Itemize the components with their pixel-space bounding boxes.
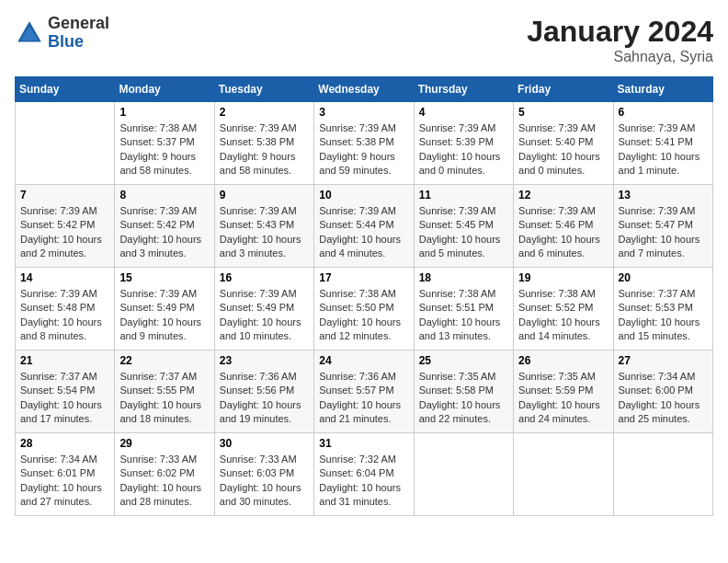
calendar-cell: 7Sunrise: 7:39 AM Sunset: 5:42 PM Daylig… — [16, 185, 115, 268]
calendar-cell: 1Sunrise: 7:38 AM Sunset: 5:37 PM Daylig… — [115, 102, 214, 185]
calendar-cell: 14Sunrise: 7:39 AM Sunset: 5:48 PM Dayli… — [16, 268, 115, 350]
day-number: 8 — [119, 189, 209, 201]
calendar-cell: 12Sunrise: 7:39 AM Sunset: 5:46 PM Dayli… — [514, 185, 613, 268]
day-info: Sunrise: 7:34 AM Sunset: 6:00 PM Dayligh… — [619, 370, 708, 427]
day-number: 16 — [220, 271, 309, 284]
logo-blue-text: Blue — [48, 32, 84, 51]
day-number: 28 — [20, 437, 109, 450]
week-row-1: 1Sunrise: 7:38 AM Sunset: 5:37 PM Daylig… — [16, 102, 713, 185]
day-info: Sunrise: 7:39 AM Sunset: 5:39 PM Dayligh… — [419, 121, 508, 178]
day-number: 9 — [220, 189, 309, 201]
day-number: 10 — [319, 189, 408, 201]
week-row-2: 7Sunrise: 7:39 AM Sunset: 5:42 PM Daylig… — [16, 185, 713, 268]
day-number: 11 — [419, 189, 508, 201]
week-row-4: 21Sunrise: 7:37 AM Sunset: 5:54 PM Dayli… — [16, 350, 713, 433]
weekday-header-tuesday: Tuesday — [214, 77, 313, 102]
day-info: Sunrise: 7:32 AM Sunset: 6:04 PM Dayligh… — [319, 453, 408, 510]
weekday-header-thursday: Thursday — [414, 77, 513, 102]
day-info: Sunrise: 7:33 AM Sunset: 6:03 PM Dayligh… — [220, 453, 309, 510]
calendar-cell: 2Sunrise: 7:39 AM Sunset: 5:38 PM Daylig… — [214, 102, 313, 185]
calendar-cell — [514, 433, 613, 516]
calendar-cell: 15Sunrise: 7:39 AM Sunset: 5:49 PM Dayli… — [115, 268, 214, 350]
day-info: Sunrise: 7:39 AM Sunset: 5:43 PM Dayligh… — [220, 204, 309, 261]
calendar-cell: 31Sunrise: 7:32 AM Sunset: 6:04 PM Dayli… — [314, 433, 414, 516]
weekday-header-monday: Monday — [115, 77, 214, 102]
calendar-cell: 8Sunrise: 7:39 AM Sunset: 5:42 PM Daylig… — [115, 185, 214, 268]
day-info: Sunrise: 7:39 AM Sunset: 5:38 PM Dayligh… — [319, 121, 408, 178]
day-number: 17 — [319, 271, 408, 284]
day-info: Sunrise: 7:38 AM Sunset: 5:50 PM Dayligh… — [319, 287, 408, 344]
weekday-header-sunday: Sunday — [16, 77, 115, 102]
logo-icon — [15, 18, 44, 48]
calendar-cell: 17Sunrise: 7:38 AM Sunset: 5:50 PM Dayli… — [314, 268, 414, 350]
calendar-cell: 9Sunrise: 7:39 AM Sunset: 5:43 PM Daylig… — [214, 185, 313, 268]
logo: General Blue — [15, 15, 109, 52]
calendar-cell: 26Sunrise: 7:35 AM Sunset: 5:59 PM Dayli… — [514, 350, 613, 433]
day-info: Sunrise: 7:39 AM Sunset: 5:41 PM Dayligh… — [619, 121, 708, 178]
calendar-cell: 10Sunrise: 7:39 AM Sunset: 5:44 PM Dayli… — [314, 185, 414, 268]
calendar-cell: 21Sunrise: 7:37 AM Sunset: 5:54 PM Dayli… — [16, 350, 115, 433]
day-number: 30 — [220, 437, 309, 450]
calendar-cell: 27Sunrise: 7:34 AM Sunset: 6:00 PM Dayli… — [613, 350, 712, 433]
logo-general-text: General — [48, 14, 109, 32]
day-info: Sunrise: 7:38 AM Sunset: 5:51 PM Dayligh… — [419, 287, 508, 344]
calendar-cell: 30Sunrise: 7:33 AM Sunset: 6:03 PM Dayli… — [214, 433, 313, 516]
calendar-cell — [414, 433, 513, 516]
calendar-cell: 19Sunrise: 7:38 AM Sunset: 5:52 PM Dayli… — [514, 268, 613, 350]
day-info: Sunrise: 7:39 AM Sunset: 5:42 PM Dayligh… — [119, 204, 209, 261]
calendar-cell: 3Sunrise: 7:39 AM Sunset: 5:38 PM Daylig… — [314, 102, 414, 185]
weekday-header-friday: Friday — [514, 77, 613, 102]
day-info: Sunrise: 7:35 AM Sunset: 5:59 PM Dayligh… — [518, 370, 608, 427]
day-number: 3 — [319, 106, 408, 119]
day-info: Sunrise: 7:39 AM Sunset: 5:46 PM Dayligh… — [518, 204, 608, 261]
day-info: Sunrise: 7:39 AM Sunset: 5:38 PM Dayligh… — [220, 121, 309, 178]
day-info: Sunrise: 7:36 AM Sunset: 5:56 PM Dayligh… — [220, 370, 309, 427]
day-number: 27 — [619, 354, 708, 367]
page-header: General Blue January 2024 Sahnaya, Syria — [15, 15, 713, 65]
calendar-cell: 24Sunrise: 7:36 AM Sunset: 5:57 PM Dayli… — [314, 350, 414, 433]
day-number: 2 — [220, 106, 309, 119]
calendar-cell: 28Sunrise: 7:34 AM Sunset: 6:01 PM Dayli… — [16, 433, 115, 516]
day-number: 20 — [619, 271, 708, 284]
day-number: 29 — [119, 437, 209, 450]
calendar-cell: 18Sunrise: 7:38 AM Sunset: 5:51 PM Dayli… — [414, 268, 513, 350]
calendar-cell: 20Sunrise: 7:37 AM Sunset: 5:53 PM Dayli… — [613, 268, 712, 350]
weekday-header-saturday: Saturday — [613, 77, 712, 102]
day-info: Sunrise: 7:39 AM Sunset: 5:49 PM Dayligh… — [220, 287, 309, 344]
day-info: Sunrise: 7:37 AM Sunset: 5:53 PM Dayligh… — [619, 287, 708, 344]
calendar-cell: 25Sunrise: 7:35 AM Sunset: 5:58 PM Dayli… — [414, 350, 513, 433]
calendar-cell: 4Sunrise: 7:39 AM Sunset: 5:39 PM Daylig… — [414, 102, 513, 185]
day-number: 15 — [119, 271, 209, 284]
day-info: Sunrise: 7:36 AM Sunset: 5:57 PM Dayligh… — [319, 370, 408, 427]
day-info: Sunrise: 7:39 AM Sunset: 5:47 PM Dayligh… — [619, 204, 708, 261]
day-number: 26 — [518, 354, 608, 367]
week-row-5: 28Sunrise: 7:34 AM Sunset: 6:01 PM Dayli… — [16, 433, 713, 516]
calendar-table: SundayMondayTuesdayWednesdayThursdayFrid… — [15, 76, 713, 516]
calendar-cell: 16Sunrise: 7:39 AM Sunset: 5:49 PM Dayli… — [214, 268, 313, 350]
calendar-cell: 6Sunrise: 7:39 AM Sunset: 5:41 PM Daylig… — [613, 102, 712, 185]
week-row-3: 14Sunrise: 7:39 AM Sunset: 5:48 PM Dayli… — [16, 268, 713, 350]
day-number: 1 — [119, 106, 209, 119]
location: Sahnaya, Syria — [527, 49, 713, 65]
day-info: Sunrise: 7:38 AM Sunset: 5:52 PM Dayligh… — [518, 287, 608, 344]
day-info: Sunrise: 7:39 AM Sunset: 5:40 PM Dayligh… — [518, 121, 608, 178]
day-number: 31 — [319, 437, 408, 450]
day-info: Sunrise: 7:33 AM Sunset: 6:02 PM Dayligh… — [119, 453, 209, 510]
day-number: 7 — [20, 189, 109, 201]
day-number: 23 — [220, 354, 309, 367]
calendar-cell: 5Sunrise: 7:39 AM Sunset: 5:40 PM Daylig… — [514, 102, 613, 185]
day-number: 22 — [119, 354, 209, 367]
day-number: 24 — [319, 354, 408, 367]
day-number: 19 — [518, 271, 608, 284]
day-info: Sunrise: 7:35 AM Sunset: 5:58 PM Dayligh… — [419, 370, 508, 427]
day-number: 14 — [20, 271, 109, 284]
day-number: 4 — [419, 106, 508, 119]
weekday-header-row: SundayMondayTuesdayWednesdayThursdayFrid… — [16, 77, 713, 102]
weekday-header-wednesday: Wednesday — [314, 77, 414, 102]
day-info: Sunrise: 7:37 AM Sunset: 5:54 PM Dayligh… — [20, 370, 109, 427]
day-info: Sunrise: 7:39 AM Sunset: 5:44 PM Dayligh… — [319, 204, 408, 261]
calendar-cell — [613, 433, 712, 516]
day-info: Sunrise: 7:37 AM Sunset: 5:55 PM Dayligh… — [119, 370, 209, 427]
day-info: Sunrise: 7:38 AM Sunset: 5:37 PM Dayligh… — [119, 121, 209, 178]
calendar-cell: 23Sunrise: 7:36 AM Sunset: 5:56 PM Dayli… — [214, 350, 313, 433]
